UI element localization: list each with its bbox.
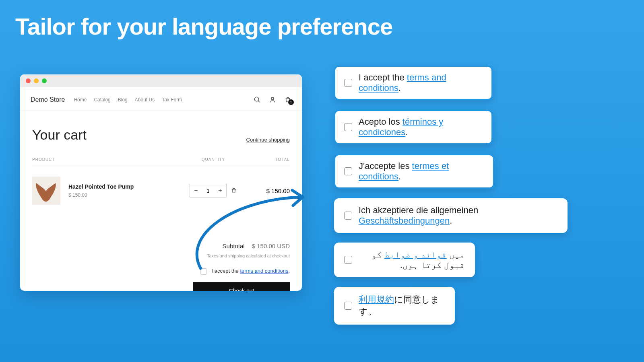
product-name[interactable]: Hazel Pointed Toe Pump <box>68 183 185 190</box>
cart-line-item: Hazel Pointed Toe Pump $ 150.00 − 1 + $ … <box>32 166 290 210</box>
checkbox[interactable] <box>344 302 352 310</box>
language-examples: I accept the terms and conditions. Acept… <box>334 66 568 334</box>
product-price: $ 150.00 <box>68 192 185 198</box>
lang-text-ja: 利用規約に同意します。 <box>359 294 445 318</box>
lang-text-de: Ich akzeptiere die allgemeinen Geschäfts… <box>359 205 557 226</box>
checkbox[interactable] <box>344 123 352 131</box>
store-brand[interactable]: Demo Store <box>31 96 65 103</box>
taxes-note: Taxes and shipping calculated at checkou… <box>32 253 290 258</box>
lang-text-fr: J'accepte les termes et conditions. <box>359 161 484 182</box>
nav-blog[interactable]: Blog <box>118 97 128 103</box>
nav-about[interactable]: About Us <box>135 97 155 103</box>
continue-shopping-link[interactable]: Continue shopping <box>246 137 290 143</box>
cart-badge: 1 <box>288 99 294 105</box>
svg-point-0 <box>254 97 259 101</box>
lang-card-de: Ich akzeptiere die allgemeinen Geschäfts… <box>334 198 568 233</box>
col-product: PRODUCT <box>32 157 185 162</box>
product-image[interactable] <box>32 177 60 205</box>
subtotal-value: $ 150.00 USD <box>252 243 290 249</box>
accept-suffix: . <box>288 268 290 274</box>
col-total: TOTAL <box>242 157 290 162</box>
checkbox[interactable] <box>344 167 352 175</box>
checkbox[interactable] <box>344 256 352 264</box>
checkbox[interactable] <box>344 212 352 220</box>
terms-link[interactable]: terms and conditions <box>240 268 288 274</box>
page-headline: Tailor for your language preference <box>15 13 392 40</box>
lang-card-ur: میں قوائد و ضوابط کو قبول کرتا ہوں. <box>334 243 475 277</box>
lang-card-fr: J'accepte les termes et conditions. <box>334 154 494 189</box>
lang-text-es: Acepto los términos y condiciones. <box>359 117 483 138</box>
cart-table-head: PRODUCT QUANTITY TOTAL <box>32 157 290 166</box>
qty-value: 1 <box>202 188 214 194</box>
col-quantity: QUANTITY <box>185 157 242 162</box>
terms-link-ur[interactable]: قوائد و ضوابط <box>384 249 447 259</box>
window-minimize-icon[interactable] <box>34 78 39 83</box>
mac-titlebar <box>20 74 302 87</box>
store-header: Demo Store Home Catalog Blog About Us Ta… <box>20 87 302 111</box>
checkbox[interactable] <box>344 79 352 87</box>
lang-card-en: I accept the terms and conditions. <box>334 66 493 100</box>
nav-taxform[interactable]: Tax Form <box>162 97 182 103</box>
lang-card-es: Acepto los términos y condiciones. <box>334 110 493 144</box>
lang-text-ur: میں قوائد و ضوابط کو قبول کرتا ہوں. <box>359 249 465 270</box>
lang-card-ja: 利用規約に同意します。 <box>334 287 455 325</box>
line-total: $ 150.00 <box>242 187 290 194</box>
accept-terms-checkbox[interactable] <box>200 268 207 275</box>
qty-minus-button[interactable]: − <box>190 187 202 194</box>
nav-catalog[interactable]: Catalog <box>94 97 110 103</box>
subtotal-label: Subtotal <box>223 243 245 249</box>
svg-point-2 <box>271 97 274 100</box>
terms-link-de[interactable]: Geschäftsbedingungen <box>359 216 450 226</box>
search-icon[interactable] <box>254 96 261 103</box>
terms-link-ja[interactable]: 利用規約 <box>359 294 394 304</box>
window-close-icon[interactable] <box>26 78 31 83</box>
accept-terms-row: I accept the terms and conditions. <box>32 268 290 275</box>
nav-home[interactable]: Home <box>74 97 87 103</box>
checkout-button[interactable]: Check out <box>193 282 290 291</box>
window-zoom-icon[interactable] <box>42 78 47 83</box>
remove-item-icon[interactable] <box>231 187 237 194</box>
account-icon[interactable] <box>269 96 276 103</box>
cart-icon[interactable]: 1 <box>284 96 291 103</box>
demo-browser-window: Demo Store Home Catalog Blog About Us Ta… <box>20 74 302 291</box>
svg-line-1 <box>258 101 260 102</box>
qty-plus-button[interactable]: + <box>214 187 226 194</box>
store-nav: Home Catalog Blog About Us Tax Form <box>74 97 182 103</box>
cart-title: Your cart <box>32 127 87 143</box>
subtotal: Subtotal $ 150.00 USD <box>32 243 290 249</box>
quantity-stepper[interactable]: − 1 + <box>190 184 227 197</box>
accept-prefix: I accept the <box>212 268 240 274</box>
lang-text-en: I accept the terms and conditions. <box>359 72 483 93</box>
